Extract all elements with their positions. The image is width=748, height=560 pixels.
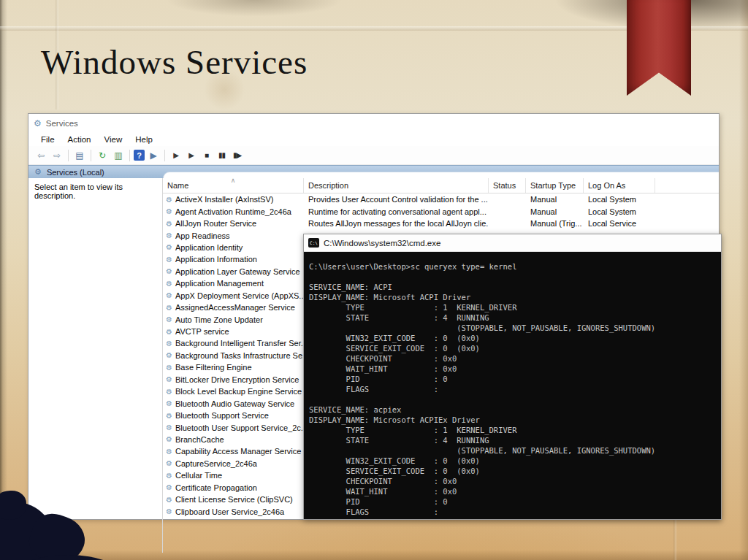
service-logon-cell: Local System [584, 207, 655, 216]
column-header-name[interactable]: Name∧ [163, 178, 304, 193]
pause-service-icon[interactable]: ▮▮ [215, 149, 229, 162]
show-console-tree-icon[interactable]: ▤ [72, 149, 87, 162]
service-gear-icon: ⚙ [166, 483, 172, 491]
service-name: Block Level Backup Engine Service [175, 387, 302, 396]
stop-service-icon[interactable]: ■ [199, 149, 213, 162]
service-name: ActiveX Installer (AxInstSV) [175, 195, 274, 204]
list-column-headers: Name∧DescriptionStatusStartup TypeLog On… [163, 178, 719, 193]
service-name: Bluetooth User Support Service_2c... [175, 423, 304, 432]
column-header-status[interactable]: Status [489, 178, 526, 193]
service-name: Capability Access Manager Service [175, 447, 301, 456]
service-name: Certificate Propagation [175, 483, 257, 492]
service-name-cell: ⚙ Capability Access Manager Service [163, 447, 304, 456]
service-name-cell: ⚙ Application Identity [163, 243, 304, 252]
service-name: Application Identity [175, 243, 243, 252]
service-name-cell: ⚙ Background Tasks Infrastructure Se... [163, 351, 304, 360]
service-name: Application Information [175, 255, 257, 264]
service-logon-cell: Local System [584, 195, 655, 204]
restart-service-icon[interactable]: ▮▶ [230, 149, 244, 162]
service-name-cell: ⚙ Bluetooth User Support Service_2c... [163, 423, 304, 432]
service-gear-icon: ⚙ [166, 267, 172, 275]
cmd-titlebar[interactable]: C:\ C:\Windows\system32\cmd.exe [304, 234, 721, 252]
service-name-cell: ⚙ Base Filtering Engine [163, 363, 304, 372]
service-row[interactable]: ⚙ Agent Activation Runtime_2c46a Runtime… [163, 205, 719, 217]
service-gear-icon: ⚙ [166, 328, 172, 336]
menu-item-view[interactable]: View [98, 135, 129, 144]
show-hide-action-pane-icon[interactable]: ▶ [146, 149, 161, 162]
service-gear-icon: ⚙ [166, 243, 172, 251]
service-gear-icon: ⚙ [166, 435, 172, 443]
service-logon-cell: Local Service [584, 219, 655, 228]
service-description-cell: Routes AllJoyn messages for the local Al… [304, 219, 489, 228]
service-gear-icon: ⚙ [166, 472, 172, 480]
service-name-cell: ⚙ AVCTP service [163, 327, 304, 336]
column-header-filler [655, 178, 719, 193]
cmd-console[interactable]: C:\Users\user\Desktop>sc queryex type= k… [304, 252, 721, 517]
service-name-cell: ⚙ Application Management [163, 279, 304, 288]
service-gear-icon: ⚙ [166, 340, 172, 348]
service-name-cell: ⚙ Background Intelligent Transfer Ser... [163, 339, 304, 348]
service-name: Bluetooth Audio Gateway Service [175, 399, 294, 408]
service-name: AVCTP service [175, 327, 229, 336]
service-name-cell: ⚙ BranchCache [163, 435, 304, 444]
resume-service-icon[interactable]: ▶ [184, 149, 198, 162]
services-gear-icon: ⚙ [34, 118, 42, 129]
bookmark-ribbon [627, 0, 691, 96]
service-name: Bluetooth Support Service [175, 411, 269, 420]
sort-ascending-icon: ∧ [231, 178, 236, 184]
service-name: Background Intelligent Transfer Ser... [175, 339, 304, 348]
service-name-cell: ⚙ AllJoyn Router Service [163, 219, 304, 228]
service-name-cell: ⚙ CaptureService_2c46a [163, 459, 304, 468]
back-icon[interactable]: ⇦ [34, 149, 48, 162]
service-name: Auto Time Zone Updater [175, 315, 263, 324]
export-list-icon[interactable]: ▥ [111, 149, 126, 162]
toolbar-separator [129, 150, 130, 161]
help-icon[interactable]: ? [134, 150, 145, 161]
service-gear-icon: ⚙ [166, 423, 172, 431]
service-name: Base Filtering Engine [175, 363, 252, 372]
cmd-window-title: C:\Windows\system32\cmd.exe [324, 239, 440, 248]
service-gear-icon: ⚙ [166, 196, 172, 204]
service-gear-icon: ⚙ [166, 375, 172, 383]
service-name-cell: ⚙ Agent Activation Runtime_2c46a [163, 207, 304, 216]
service-row[interactable]: ⚙ AllJoyn Router Service Routes AllJoyn … [163, 218, 719, 229]
toolbar-separator [91, 150, 91, 161]
service-gear-icon: ⚙ [166, 207, 172, 215]
start-service-icon[interactable]: ▶ [169, 149, 183, 162]
forward-icon[interactable]: ⇨ [50, 149, 64, 162]
toolbar-separator [164, 150, 165, 161]
service-gear-icon: ⚙ [166, 399, 172, 407]
service-name-cell: ⚙ AppX Deployment Service (AppXS... [163, 291, 304, 300]
service-name-cell: ⚙ Bluetooth Support Service [163, 411, 304, 420]
services-local-header[interactable]: ⚙ Services (Local) [28, 165, 719, 178]
column-header-startup-type[interactable]: Startup Type [526, 178, 584, 193]
description-pane: Select an item to view its description. [28, 178, 163, 553]
service-name: Agent Activation Runtime_2c46a [175, 207, 291, 216]
service-name: Cellular Time [175, 471, 222, 480]
service-name: Background Tasks Infrastructure Se... [175, 351, 304, 360]
service-name: BranchCache [175, 435, 224, 444]
services-menubar: FileActionViewHelp [28, 132, 719, 146]
column-header-description[interactable]: Description [304, 178, 489, 193]
service-gear-icon: ⚙ [166, 388, 172, 396]
column-header-log-on-as[interactable]: Log On As [584, 178, 655, 193]
service-name: App Readiness [175, 231, 230, 240]
service-name: Client License Service (ClipSVC) [175, 495, 293, 504]
service-name-cell: ⚙ App Readiness [163, 231, 304, 240]
toolbar: ⇦⇨▤↻▥?▶▶▶■▮▮▮▶ [28, 146, 719, 165]
services-titlebar[interactable]: ⚙ Services [28, 114, 719, 132]
service-name: Application Layer Gateway Service [175, 267, 300, 276]
service-name-cell: ⚙ AssignedAccessManager Service [163, 303, 304, 312]
description-pane-text: Select an item to view its description. [34, 183, 123, 200]
service-row[interactable]: ⚙ ActiveX Installer (AxInstSV) Provides … [163, 193, 719, 205]
service-name-cell: ⚙ Application Information [163, 255, 304, 264]
service-gear-icon: ⚙ [166, 256, 172, 264]
service-gear-icon: ⚙ [166, 459, 172, 467]
service-description-cell: Runtime for activating conversational ag… [304, 207, 489, 216]
refresh-icon[interactable]: ↻ [95, 149, 110, 162]
service-name-cell: ⚙ ActiveX Installer (AxInstSV) [163, 195, 304, 204]
service-gear-icon: ⚙ [166, 280, 172, 288]
menu-item-help[interactable]: Help [129, 135, 159, 144]
menu-item-action[interactable]: Action [61, 135, 98, 144]
menu-item-file[interactable]: File [34, 135, 61, 144]
